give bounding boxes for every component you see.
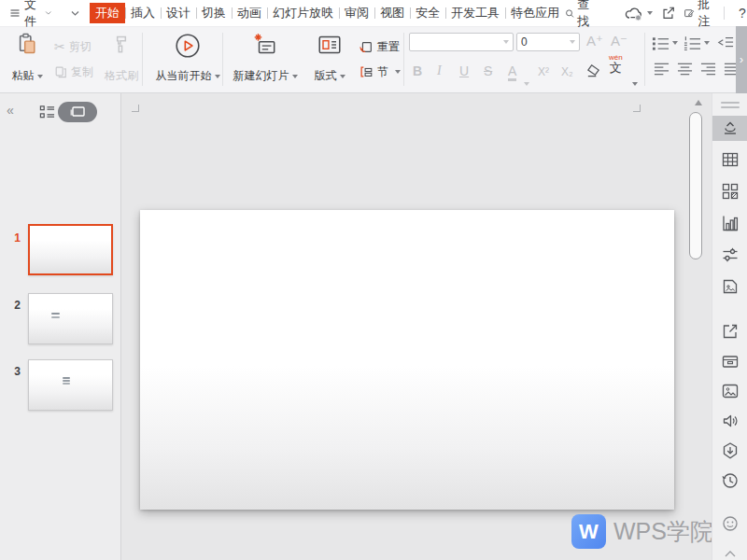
font-name-input[interactable] — [410, 35, 503, 49]
numbering-button[interactable] — [684, 35, 710, 50]
clear-format-icon — [585, 63, 601, 78]
superscript-button[interactable]: X² — [538, 56, 549, 78]
chevron-up-icon — [724, 550, 737, 558]
font-color-button[interactable]: A — [508, 56, 516, 81]
slide-view-toggle[interactable] — [58, 102, 97, 122]
dialog-launcher-icon[interactable] — [633, 105, 641, 112]
tab-review[interactable]: 审阅 — [339, 3, 374, 23]
cut-copy-column: ✂ 剪切 复制 — [54, 26, 93, 92]
slide-thumbnail-3[interactable] — [28, 359, 113, 411]
slide-thumbnail-2[interactable] — [28, 293, 113, 344]
main-menu-button[interactable]: 文件 — [6, 3, 55, 23]
slide-panel: « 1 2 3 — [0, 93, 121, 560]
phonetic-dropdown[interactable] — [629, 56, 638, 86]
collapse-strip-button[interactable] — [720, 543, 740, 560]
download-pane-button[interactable] — [720, 441, 740, 461]
animation-pane-button[interactable] — [720, 118, 740, 138]
archive-pane-button[interactable] — [720, 351, 740, 371]
slide-thumbnail-1[interactable] — [28, 224, 113, 275]
vertical-scrollbar[interactable] — [689, 112, 702, 259]
decrease-indent-button[interactable] — [717, 35, 734, 50]
outline-view-icon — [39, 105, 55, 119]
history-pane-button[interactable] — [720, 470, 740, 491]
drag-handle-icon[interactable] — [721, 102, 740, 108]
paste-label: 粘贴 — [12, 69, 35, 83]
resource-pane-button[interactable] — [720, 276, 740, 297]
tab-design[interactable]: 设计 — [161, 3, 196, 23]
dropdown-arrow-icon[interactable] — [503, 40, 509, 44]
slideshow-group: 从当前开始 — [148, 26, 228, 92]
tab-home[interactable]: 开始 — [90, 3, 125, 23]
chevron-down-icon — [70, 9, 80, 18]
dropdown-arrow-icon — [632, 82, 638, 86]
align-right-icon[interactable] — [700, 62, 716, 77]
align-center-icon[interactable] — [677, 62, 693, 77]
subscript-button[interactable]: X₂ — [561, 56, 573, 78]
new-slide-label: 新建幻灯片 — [233, 69, 289, 83]
clear-format-button[interactable] — [585, 56, 601, 78]
section-button[interactable]: 节 — [359, 61, 401, 84]
titlebar: 文件 开始 插入 设计 切换 动画 幻灯片放映 审阅 视图 安全 开发工具 特色… — [0, 0, 747, 27]
font-size-input[interactable] — [517, 35, 570, 49]
tab-security[interactable]: 安全 — [410, 3, 445, 23]
dropdown-arrow-icon[interactable] — [570, 40, 575, 44]
underline-button[interactable]: U — [459, 56, 469, 78]
tab-special-apps[interactable]: 特色应用 — [505, 3, 565, 23]
tab-view[interactable]: 视图 — [374, 3, 410, 23]
play-from-current-button[interactable]: 从当前开始 — [148, 26, 228, 88]
export-pane-button[interactable] — [720, 321, 740, 342]
audio-pane-button[interactable] — [720, 411, 740, 431]
cloud-sync-button[interactable] — [620, 3, 656, 23]
expand-toolbar-button[interactable]: › — [736, 26, 747, 93]
current-slide[interactable] — [140, 210, 674, 510]
scroll-up-icon[interactable] — [695, 100, 702, 105]
reset-slide-button[interactable]: 重置 — [359, 35, 401, 59]
new-slide-button[interactable]: 新建幻灯片 — [230, 26, 301, 88]
font-size-combobox[interactable] — [516, 33, 580, 51]
paste-button[interactable]: 粘贴 — [6, 26, 49, 88]
font-name-combobox[interactable] — [409, 33, 514, 51]
tab-animation[interactable]: 动画 — [232, 3, 267, 23]
chart-pane-button[interactable] — [720, 213, 740, 233]
expander-chevron-icon: › — [740, 53, 743, 66]
font-color-dropdown[interactable] — [521, 56, 529, 86]
find-button[interactable]: 查找 — [565, 0, 594, 30]
file-menu-label[interactable]: 文件 — [24, 0, 43, 30]
tab-devtools[interactable]: 开发工具 — [445, 3, 505, 23]
cut-button[interactable]: ✂ 剪切 — [54, 35, 93, 59]
new-slide-icon — [252, 32, 278, 58]
slide-layout-button[interactable]: 版式 — [308, 26, 351, 88]
slide-layout-icon — [317, 32, 343, 58]
download-badge-icon — [721, 441, 740, 460]
phonetic-guide-button[interactable]: wén 文 — [609, 52, 623, 75]
decrease-font-button[interactable]: A⁻ — [611, 30, 627, 52]
search-icon — [565, 7, 574, 21]
table-pane-button[interactable] — [720, 149, 740, 170]
image-pane-button[interactable] — [720, 381, 740, 401]
copy-icon — [54, 65, 67, 78]
feedback-pane-button[interactable] — [720, 513, 740, 534]
copy-button[interactable]: 复制 — [54, 61, 93, 84]
help-button[interactable]: ? — [730, 6, 747, 21]
document-image-icon — [721, 277, 740, 296]
italic-button[interactable]: I — [437, 56, 442, 78]
settings-pane-button[interactable] — [720, 245, 740, 265]
tab-slideshow[interactable]: 幻灯片放映 — [267, 3, 339, 23]
align-left-icon[interactable] — [654, 62, 669, 77]
strikethrough-button[interactable]: S — [484, 56, 492, 78]
share-button[interactable] — [656, 3, 680, 23]
wps-academy-watermark: W WPS学院 — [571, 514, 713, 549]
quick-access-dropdown[interactable] — [66, 3, 84, 23]
copy-label: 复制 — [71, 64, 93, 80]
tab-insert[interactable]: 插入 — [125, 3, 161, 23]
dialog-launcher-icon[interactable] — [132, 105, 139, 112]
comment-button[interactable]: 批注 — [680, 3, 718, 23]
shapes-pane-button[interactable] — [720, 181, 740, 202]
increase-font-button[interactable]: A⁺ — [586, 30, 603, 52]
outline-view-button[interactable] — [39, 105, 55, 119]
bullets-button[interactable] — [652, 35, 678, 50]
format-painter-button[interactable]: 格式刷 — [99, 26, 144, 88]
bold-button[interactable]: B — [413, 56, 422, 78]
tab-transition[interactable]: 切换 — [196, 3, 232, 23]
collapse-panel-button[interactable]: « — [7, 103, 13, 118]
